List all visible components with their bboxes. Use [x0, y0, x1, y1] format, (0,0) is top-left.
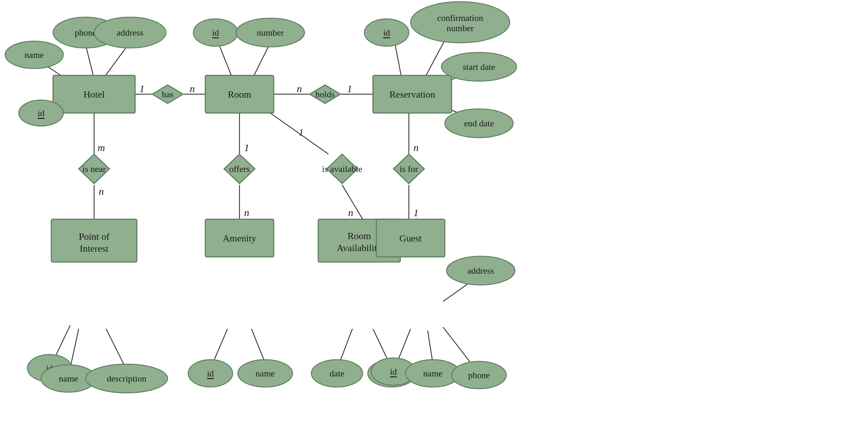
- cardinality-isfor-guest: 1: [414, 207, 419, 218]
- hotel-address-label: address: [117, 28, 143, 38]
- guest-id-label: id: [390, 367, 397, 377]
- amenity-label: Amenity: [223, 233, 256, 244]
- isfor-label: is for: [400, 164, 418, 174]
- cardinality-hotel-has: 1: [140, 83, 145, 94]
- poi-description-label: description: [107, 374, 146, 384]
- guest-name-label: name: [423, 369, 442, 378]
- reservation-id-label: id: [383, 28, 390, 38]
- cardinality-holds-reservation: 1: [347, 83, 352, 94]
- offers-label: offers: [229, 164, 250, 174]
- er-diagram: Hotel Room Reservation Point of Interest…: [0, 0, 868, 423]
- reservation-startdate-label: start date: [463, 62, 495, 72]
- cardinality-reservation-isfor: n: [414, 142, 419, 153]
- svg-line-23: [70, 329, 79, 368]
- svg-line-25: [212, 329, 228, 365]
- room-id-label: id: [212, 28, 219, 38]
- cardinality-room-offers: 1: [244, 142, 249, 153]
- guest-label: Guest: [399, 233, 422, 244]
- hotel-id-label: id: [38, 108, 44, 118]
- has-label: has: [162, 89, 174, 99]
- holds-label: holds: [315, 89, 335, 99]
- cardinality-room-isavailable: 1: [299, 126, 304, 138]
- amenity-id-label: id: [207, 369, 214, 378]
- amenity-name-label: name: [256, 369, 275, 378]
- cardinality-offers-amenity: n: [244, 207, 249, 218]
- poi-name-label: name: [59, 374, 78, 384]
- isavailable-label: is available: [322, 164, 362, 174]
- reservation-confnum-label2: number: [446, 23, 474, 33]
- cardinality-hotel-isnear: m: [98, 142, 105, 153]
- cardinality-isavailable-roomavail: n: [348, 207, 353, 218]
- guest-phone-label: phone: [468, 370, 490, 380]
- svg-line-1: [104, 45, 128, 77]
- roomavail-date-label: date: [329, 369, 344, 378]
- poi-label-line1: Point of: [79, 231, 109, 242]
- reservation-enddate-label: end date: [464, 119, 494, 128]
- guest-address-label: address: [467, 266, 494, 276]
- hotel-name-label: name: [25, 50, 44, 60]
- hotel-label: Hotel: [83, 89, 105, 100]
- cardinality-isnear-poi: n: [99, 186, 104, 197]
- svg-line-32: [443, 327, 472, 365]
- svg-line-6: [219, 45, 233, 79]
- room-label: Room: [228, 89, 251, 100]
- reservation-confnum-label1: confirmation: [437, 13, 483, 23]
- svg-line-26: [251, 329, 265, 363]
- roomavail-label-line2: Availability: [337, 242, 382, 253]
- isnear-label: is near: [82, 164, 106, 174]
- roomavail-label-line1: Room: [348, 231, 371, 241]
- svg-line-7: [253, 43, 270, 77]
- cardinality-has-room: n: [190, 83, 195, 94]
- reservation-label: Reservation: [389, 89, 435, 100]
- svg-line-0: [86, 45, 94, 79]
- poi-label-line2: Interest: [80, 243, 108, 254]
- svg-line-24: [106, 329, 125, 366]
- cardinality-room-holds: n: [297, 83, 302, 94]
- svg-line-31: [428, 331, 433, 363]
- hotel-phone-label: phone: [75, 28, 96, 38]
- room-number-label: number: [257, 28, 284, 38]
